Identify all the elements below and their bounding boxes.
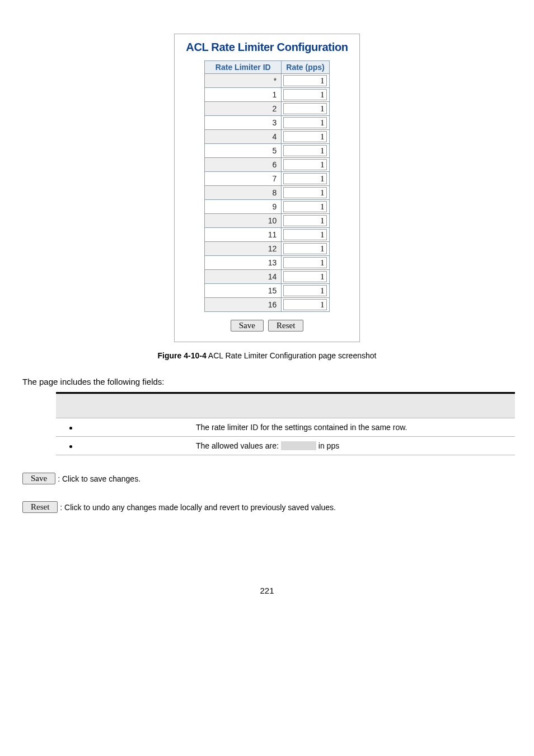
- field-object: Rate: [85, 437, 193, 455]
- rate-limiter-id-cell: 15: [205, 284, 282, 298]
- rate-input[interactable]: 1: [283, 131, 327, 142]
- table-row: 71: [205, 172, 329, 186]
- reset-text: : Click to undo any changes made locally…: [60, 503, 336, 512]
- rate-value-cell: 1: [282, 186, 329, 200]
- rate-limiter-id-cell: 16: [205, 298, 282, 312]
- table-row: 11: [205, 88, 329, 102]
- rate-value-cell: 1: [282, 256, 329, 270]
- rate-input[interactable]: 1: [283, 257, 327, 268]
- figure-caption: Figure 4-10-4 ACL Rate Limiter Configura…: [22, 351, 512, 360]
- rate-limiter-id-cell: 10: [205, 214, 282, 228]
- rate-input[interactable]: 1: [283, 75, 327, 86]
- table-row: 21: [205, 102, 329, 116]
- table-row: 61: [205, 158, 329, 172]
- desc-prefix: The allowed values are:: [196, 441, 281, 450]
- rate-limiter-id-cell: 13: [205, 256, 282, 270]
- rate-input[interactable]: 1: [283, 271, 327, 282]
- bullet-icon: [69, 427, 72, 430]
- rate-input[interactable]: 1: [283, 299, 327, 310]
- table-row: 151: [205, 284, 329, 298]
- table-row: 81: [205, 186, 329, 200]
- rate-limiter-id-cell: 8: [205, 186, 282, 200]
- rate-input[interactable]: 1: [283, 173, 327, 184]
- table-row: 51: [205, 144, 329, 158]
- rate-limiter-table: Rate Limiter ID Rate (pps) *111213141516…: [204, 60, 329, 312]
- save-text: : Click to save changes.: [58, 474, 140, 483]
- rate-limiter-id-cell: 5: [205, 144, 282, 158]
- actions-heading: Buttons: [22, 455, 512, 456]
- table-row: 91: [205, 200, 329, 214]
- rate-value-cell: 1: [282, 116, 329, 130]
- rate-value-cell: 1: [282, 102, 329, 116]
- rate-limiter-id-cell: 11: [205, 228, 282, 242]
- reset-explanation: Reset : Click to undo any changes made l…: [22, 501, 512, 513]
- rate-limiter-id-cell: 12: [205, 242, 282, 256]
- save-button[interactable]: Save: [231, 320, 264, 332]
- fields-header-object: Object: [85, 394, 193, 418]
- rate-value-cell: 1: [282, 228, 329, 242]
- panel-title: ACL Rate Limiter Configuration: [186, 41, 348, 54]
- caption-text: ACL Rate Limiter Configuration page scre…: [208, 351, 377, 360]
- field-description: The rate limiter ID for the settings con…: [193, 418, 515, 437]
- rate-limiter-id-cell: 14: [205, 270, 282, 284]
- rate-limiter-id-cell: 1: [205, 88, 282, 102]
- rate-value-cell: 1: [282, 284, 329, 298]
- save-explanation: Save : Click to save changes.: [22, 473, 512, 484]
- table-row: 141: [205, 270, 329, 284]
- save-button-inline[interactable]: Save: [22, 473, 55, 484]
- caption-prefix: Figure 4-10-4: [158, 351, 207, 360]
- rate-input[interactable]: 1: [283, 201, 327, 212]
- fields-header-blank: [56, 394, 85, 418]
- table-row: 131: [205, 256, 329, 270]
- table-row: 121: [205, 242, 329, 256]
- acl-config-panel: ACL Rate Limiter Configuration Rate Limi…: [174, 34, 360, 342]
- page-number: 221: [22, 586, 512, 595]
- rate-value-cell: 1: [282, 158, 329, 172]
- fields-table: Object Description Rate Limiter ID The r…: [56, 392, 515, 455]
- rate-limiter-id-cell: 4: [205, 130, 282, 144]
- field-object: Rate Limiter ID: [85, 418, 193, 437]
- field-row: Rate Limiter ID The rate limiter ID for …: [56, 418, 515, 437]
- rate-value-cell: 1: [282, 214, 329, 228]
- rate-value-cell: 1: [282, 298, 329, 312]
- table-row: 161: [205, 298, 329, 312]
- rate-input[interactable]: 1: [283, 103, 327, 114]
- reset-button[interactable]: Reset: [268, 320, 303, 332]
- rate-input[interactable]: 1: [283, 187, 327, 198]
- rate-input[interactable]: 1: [283, 285, 327, 296]
- rate-limiter-id-cell: 7: [205, 172, 282, 186]
- field-row: Rate The allowed values are: 0-131071 in…: [56, 437, 515, 455]
- rate-value-cell: 1: [282, 74, 329, 88]
- rate-limiter-id-cell: 2: [205, 102, 282, 116]
- rate-value-cell: 1: [282, 144, 329, 158]
- rate-input[interactable]: 1: [283, 243, 327, 254]
- table-row: 111: [205, 228, 329, 242]
- rate-limiter-id-cell: 9: [205, 200, 282, 214]
- rate-input[interactable]: 1: [283, 159, 327, 170]
- rate-input[interactable]: 1: [283, 145, 327, 156]
- table-row: *1: [205, 74, 329, 88]
- bullet-icon: [69, 445, 72, 448]
- rate-input[interactable]: 1: [283, 229, 327, 240]
- rate-limiter-id-cell: 6: [205, 158, 282, 172]
- rate-input[interactable]: 1: [283, 89, 327, 100]
- table-row: 41: [205, 130, 329, 144]
- rate-input[interactable]: 1: [283, 215, 327, 226]
- desc-suffix: in pps: [316, 441, 339, 450]
- col-header-id: Rate Limiter ID: [205, 61, 282, 74]
- rate-value-cell: 1: [282, 130, 329, 144]
- reset-button-inline[interactable]: Reset: [22, 501, 58, 513]
- rate-value-cell: 1: [282, 242, 329, 256]
- col-header-rate: Rate (pps): [282, 61, 329, 74]
- table-row: 31: [205, 116, 329, 130]
- rate-value-cell: 1: [282, 270, 329, 284]
- rate-value-cell: 1: [282, 172, 329, 186]
- fields-header-description: Description: [193, 394, 515, 418]
- lead-text: The page includes the following fields:: [22, 377, 512, 386]
- field-description: The allowed values are: 0-131071 in pps: [193, 437, 515, 455]
- rate-input[interactable]: 1: [283, 117, 327, 128]
- rate-limiter-id-cell: *: [205, 74, 282, 88]
- desc-highlight: 0-131071: [281, 441, 316, 450]
- table-row: 101: [205, 214, 329, 228]
- rate-value-cell: 1: [282, 200, 329, 214]
